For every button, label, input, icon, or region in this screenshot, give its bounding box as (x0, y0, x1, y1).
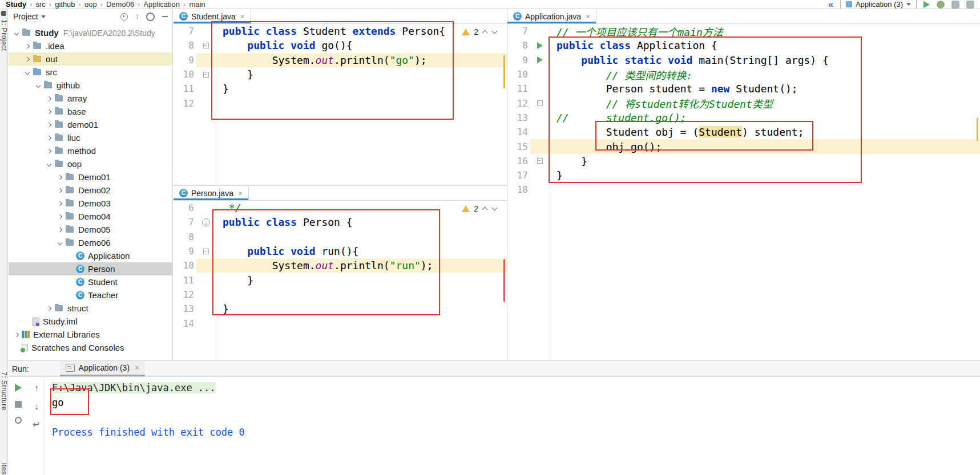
code-line-18[interactable]: 18 (507, 182, 980, 197)
code-editor-person[interactable]: 6 */7public class Person {89 public void… (174, 201, 507, 331)
hide-panel-icon[interactable] (162, 16, 168, 17)
tree-item-demo01[interactable]: Demo01 (9, 170, 172, 184)
code-line-6[interactable]: 6 */ (174, 201, 507, 215)
chevron-right-icon[interactable] (57, 226, 63, 233)
close-icon[interactable] (240, 12, 245, 21)
tree-item-demo03[interactable]: Demo03 (9, 197, 172, 210)
prev-occurrence-button[interactable] (34, 384, 39, 393)
tree-item-struct[interactable]: struct (9, 302, 172, 315)
tree-item-array[interactable]: array (9, 92, 172, 105)
stop-button[interactable] (15, 401, 22, 408)
chevron-right-icon[interactable] (57, 174, 63, 181)
close-icon[interactable] (135, 363, 139, 372)
run-gutter-icon[interactable] (530, 42, 550, 49)
code-line-9[interactable]: 9 System.out.println("go"); (174, 53, 507, 67)
rerun-button[interactable] (15, 384, 22, 392)
code-editor-application[interactable]: 7// 一个项目应该只有一个main方法8public class Applic… (507, 24, 980, 197)
fold-icon[interactable] (196, 72, 216, 78)
code-line-8[interactable]: 8 (174, 230, 507, 244)
code-line-9[interactable]: 9 public void run(){ (174, 244, 507, 258)
tree-item-student[interactable]: Student (9, 275, 172, 289)
tool-tab-favorites[interactable]: ites (0, 463, 8, 475)
breadcrumb-item-github[interactable]: github (55, 0, 75, 9)
chevron-right-icon[interactable] (24, 43, 31, 50)
soft-wrap-button[interactable] (33, 420, 40, 429)
chevron-right-icon[interactable] (57, 187, 63, 194)
fold-icon[interactable] (196, 43, 216, 48)
close-icon[interactable] (586, 12, 590, 21)
tree-item-demo06[interactable]: Demo06 (9, 236, 172, 249)
tree-item-study-iml[interactable]: Study.iml (9, 315, 172, 328)
expand-collapse-icon[interactable] (135, 13, 139, 21)
fold-icon[interactable] (530, 158, 550, 164)
close-icon[interactable] (238, 189, 243, 198)
chevron-right-icon[interactable] (46, 121, 53, 128)
tree-item-person[interactable]: Person (9, 262, 172, 275)
chevron-down-icon[interactable] (57, 239, 63, 246)
tree-item-method[interactable]: method (9, 144, 172, 157)
settings-icon[interactable] (15, 417, 22, 424)
tree-item-out[interactable]: out (9, 52, 172, 66)
chevron-up-icon[interactable] (482, 29, 488, 35)
tree-item-external-libraries[interactable]: External Libraries (9, 328, 172, 341)
chevron-right-icon[interactable] (46, 95, 53, 102)
code-line-10[interactable]: 10 // 类型间的转换: (507, 67, 980, 82)
navigate-back-icon[interactable] (828, 0, 833, 9)
code-line-14[interactable]: 14 Student obj = (Student) student; (507, 125, 980, 139)
console-output[interactable]: F:\Java\JDK\bin\java.exe ...goProcess fi… (44, 377, 980, 475)
code-line-13[interactable]: 13} (174, 302, 507, 316)
code-line-14[interactable]: 14 (174, 316, 507, 330)
chevron-down-icon[interactable] (492, 29, 498, 35)
project-view-selector[interactable]: Project (13, 12, 38, 21)
tree-item--idea[interactable]: .idea (9, 39, 172, 52)
tool-tab-project[interactable]: 1: Project (0, 19, 8, 51)
code-line-7[interactable]: 7// 一个项目应该只有一个main方法 (507, 24, 980, 38)
tree-item-oop[interactable]: oop (9, 157, 172, 170)
debug-button[interactable] (937, 1, 945, 9)
tree-item-liuc[interactable]: liuc (9, 131, 172, 144)
chevron-right-icon[interactable] (46, 305, 53, 312)
gear-icon[interactable] (146, 13, 155, 21)
coverage-button[interactable] (951, 1, 959, 9)
code-line-12[interactable]: 12 (174, 96, 507, 110)
tool-tab-structure[interactable]: 7: Structure (0, 372, 8, 411)
code-line-16[interactable]: 16 } (507, 154, 980, 168)
breadcrumb-item-demo06[interactable]: Demo06 (106, 0, 134, 9)
tree-item-scratches-and-consoles[interactable]: Scratches and Consoles (9, 341, 172, 354)
code-line-11[interactable]: 11} (174, 82, 507, 96)
tree-item-base[interactable]: base (9, 105, 172, 118)
run-button[interactable] (923, 1, 930, 8)
chevron-down-icon[interactable] (492, 206, 498, 212)
next-occurrence-button[interactable] (34, 402, 39, 411)
chevron-right-icon[interactable] (57, 213, 63, 220)
chevron-down-icon[interactable] (46, 161, 53, 168)
breadcrumb-item-main[interactable]: main (189, 0, 205, 9)
code-line-8[interactable]: 8public class Application { (507, 38, 980, 52)
run-gutter-icon[interactable] (530, 56, 550, 63)
code-line-11[interactable]: 11 } (174, 273, 507, 287)
tree-item-demo05[interactable]: Demo05 (9, 223, 172, 236)
tree-item-teacher[interactable]: Teacher (9, 289, 172, 302)
chevron-right-icon[interactable] (46, 135, 53, 141)
chevron-up-icon[interactable] (482, 206, 488, 212)
inspections-widget[interactable]: 2 (462, 27, 498, 36)
chevron-right-icon[interactable] (24, 56, 31, 63)
code-line-11[interactable]: 11 Person student = new Student(); (507, 82, 980, 96)
tree-item-application[interactable]: Application (9, 249, 172, 262)
code-line-10[interactable]: 10 } (174, 67, 507, 82)
chevron-right-icon[interactable] (57, 200, 63, 207)
code-line-12[interactable]: 12 // 将student转化为Student类型 (507, 96, 980, 110)
code-line-12[interactable]: 12 (174, 287, 507, 302)
tree-item-study[interactable]: StudyF:\java\IDEA2020.2\Study (9, 26, 172, 39)
code-line-15[interactable]: 15 obj.go(); (507, 139, 980, 153)
tab-application-java[interactable]: Application.java (507, 9, 596, 23)
code-line-13[interactable]: 13// student.go(); (507, 111, 980, 125)
locate-file-icon[interactable] (120, 13, 128, 21)
tab-student-java[interactable]: Student.java (174, 9, 251, 23)
fold-icon[interactable] (530, 100, 550, 106)
chevron-right-icon[interactable] (46, 108, 53, 115)
run-config-select[interactable]: Application (3) (840, 0, 917, 9)
code-line-17[interactable]: 17} (507, 168, 980, 182)
inspections-widget[interactable]: 2 (462, 204, 498, 213)
tab-run-application[interactable]: Application (3) (60, 361, 146, 376)
